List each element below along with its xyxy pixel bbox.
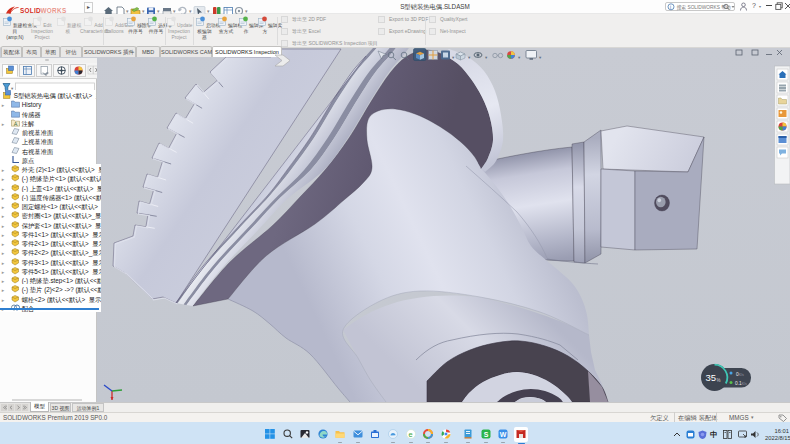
svg-text:SOLID: SOLID <box>20 7 41 14</box>
svg-text:%: % <box>717 378 721 383</box>
svg-text:S: S <box>483 431 488 438</box>
svg-text:i: i <box>670 4 671 10</box>
svg-text:W: W <box>500 431 507 438</box>
svg-text:e: e <box>408 430 412 439</box>
svg-text:搜索 SOLIDWORKS 帮助: 搜索 SOLIDWORKS 帮助 <box>677 4 732 11</box>
svg-text:35: 35 <box>706 372 717 383</box>
svg-text:0K/s: 0K/s <box>736 372 744 377</box>
svg-text:0.1K/s: 0.1K/s <box>735 381 747 386</box>
svg-text:A: A <box>14 120 18 126</box>
svg-text:WORKS: WORKS <box>41 7 67 14</box>
